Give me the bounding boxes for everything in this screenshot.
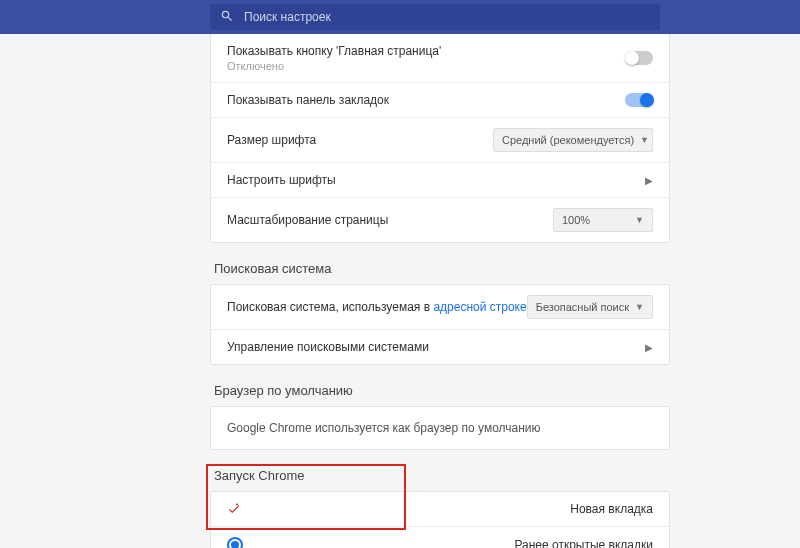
radio-selected-icon[interactable] <box>227 537 243 548</box>
startup-card: Новая вкладка Ранее открытые вкладки Зад… <box>210 491 670 548</box>
search-icon <box>220 9 244 26</box>
bookmarks-bar-toggle[interactable] <box>625 93 653 107</box>
home-button-status: Отключено <box>227 60 441 72</box>
address-bar-link[interactable]: адресной строке <box>433 300 526 314</box>
search-engine-section-title: Поисковая система <box>214 261 670 276</box>
font-size-row: Размер шрифта Средний (рекомендуется) ▼ <box>211 117 669 162</box>
appearance-card: Показывать кнопку 'Главная страница' Отк… <box>210 34 670 243</box>
caret-down-icon: ▼ <box>635 302 644 312</box>
bookmarks-bar-title: Показывать панель закладок <box>227 93 389 107</box>
home-button-toggle[interactable] <box>625 51 653 65</box>
default-browser-text: Google Chrome используется как браузер п… <box>227 421 541 435</box>
font-size-title: Размер шрифта <box>227 133 316 147</box>
caret-down-icon: ▼ <box>640 135 649 145</box>
default-browser-card: Google Chrome используется как браузер п… <box>210 406 670 450</box>
manage-search-engines-row[interactable]: Управление поисковыми системами ▶ <box>211 329 669 364</box>
chevron-right-icon: ▶ <box>645 175 653 186</box>
page-zoom-select[interactable]: 100% ▼ <box>553 208 653 232</box>
font-size-value: Средний (рекомендуется) <box>502 134 634 146</box>
page-zoom-row: Масштабирование страницы 100% ▼ <box>211 197 669 242</box>
page-zoom-title: Масштабирование страницы <box>227 213 388 227</box>
caret-down-icon: ▼ <box>635 215 644 225</box>
startup-continue-label: Ранее открытые вкладки <box>514 538 653 548</box>
search-engine-used-title: Поисковая система, используемая в адресн… <box>227 300 527 314</box>
search-box[interactable] <box>210 4 660 30</box>
bookmarks-bar-row[interactable]: Показывать панель закладок <box>211 82 669 117</box>
home-button-title: Показывать кнопку 'Главная страница' <box>227 44 441 58</box>
customize-fonts-title: Настроить шрифты <box>227 173 336 187</box>
search-engine-used-row: Поисковая система, используемая в адресн… <box>211 285 669 329</box>
check-annotation-icon <box>227 502 241 516</box>
top-bar <box>0 0 800 34</box>
search-engine-select[interactable]: Безопасный поиск ▼ <box>527 295 653 319</box>
page-zoom-value: 100% <box>562 214 590 226</box>
font-size-select[interactable]: Средний (рекомендуется) ▼ <box>493 128 653 152</box>
search-input[interactable] <box>244 10 650 24</box>
manage-search-engines-title: Управление поисковыми системами <box>227 340 429 354</box>
default-browser-section-title: Браузер по умолчанию <box>214 383 670 398</box>
search-engine-card: Поисковая система, используемая в адресн… <box>210 284 670 365</box>
chevron-right-icon: ▶ <box>645 342 653 353</box>
startup-new-tab-row[interactable]: Новая вкладка <box>211 492 669 526</box>
home-button-row[interactable]: Показывать кнопку 'Главная страница' Отк… <box>211 34 669 82</box>
search-engine-value: Безопасный поиск <box>536 301 629 313</box>
customize-fonts-row[interactable]: Настроить шрифты ▶ <box>211 162 669 197</box>
startup-section-title: Запуск Chrome <box>214 468 670 483</box>
startup-continue-row[interactable]: Ранее открытые вкладки <box>211 526 669 548</box>
startup-new-tab-label: Новая вкладка <box>570 502 653 516</box>
